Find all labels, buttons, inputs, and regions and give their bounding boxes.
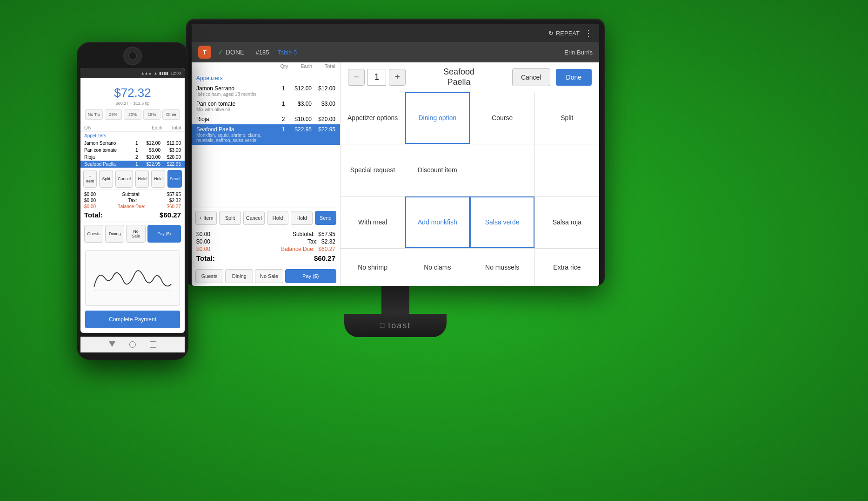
mod-no-clams[interactable]: No clams <box>405 249 469 286</box>
order-item-rioja[interactable]: Rioja 2 $10.00 $20.00 <box>192 114 340 124</box>
back-nav-btn[interactable] <box>109 341 115 347</box>
pos-main-area: Qty Each Total Appetizers Jamon Serrano … <box>192 62 599 286</box>
mod-discount-item[interactable]: Discount item <box>405 144 469 196</box>
tip-other[interactable]: Other <box>162 109 180 120</box>
subtotal-row: $0.00 Subtotal: $57.95 <box>196 231 335 237</box>
hold-btn1[interactable]: Hold <box>267 211 288 225</box>
phone-tax-row: $0.00 Tax: $2.32 <box>84 198 181 203</box>
dining-btn[interactable]: Dining <box>225 269 253 283</box>
item-qty-jamon: 1 <box>279 85 288 92</box>
order-item-jamon[interactable]: Jamon Serrano Ibérico ham, aged 18 month… <box>192 83 340 99</box>
mod-appetizer-options[interactable]: Appetizer options <box>341 92 405 144</box>
complete-payment-btn[interactable]: Complete Payment <box>85 311 180 328</box>
mod-special-request[interactable]: Special request <box>341 144 405 196</box>
phone-item-pan-qty: 1 <box>135 148 142 153</box>
phone-subtotal-left: $0.00 <box>84 192 96 197</box>
mod-course[interactable]: Course <box>470 92 534 144</box>
item-each-paella: $22.95 <box>291 126 312 133</box>
mod-salsa-roja[interactable]: Salsa roja <box>535 196 599 248</box>
phone-send-btn[interactable]: Send <box>167 170 182 188</box>
toast-brand-icon: □ <box>380 321 386 330</box>
item-total-pan: $3.00 <box>314 101 335 107</box>
toast-logo: T <box>198 46 211 59</box>
home-nav-btn[interactable] <box>129 341 136 348</box>
phone-action-buttons: + Item Split Cancel Hold Hold Send <box>80 168 185 190</box>
tip-25[interactable]: 25% <box>105 109 122 120</box>
add-item-btn[interactable]: + Item <box>195 211 217 225</box>
repeat-label: REPEAT <box>556 30 580 37</box>
tax-row: $0.00 Tax: $2.32 <box>196 238 335 245</box>
mod-dining-option[interactable]: Dining option <box>405 92 469 144</box>
tip-no-tip[interactable]: No Tip <box>85 109 103 120</box>
mod-extra-rice[interactable]: Extra rice <box>535 249 599 286</box>
recent-nav-btn[interactable] <box>150 341 156 348</box>
modifier-done-btn[interactable]: Done <box>556 69 592 86</box>
mod-with-meal[interactable]: With meal <box>341 196 405 248</box>
signature-area[interactable] <box>85 250 180 306</box>
col-name-spacer <box>196 63 280 69</box>
modifier-cancel-btn[interactable]: Cancel <box>512 68 550 86</box>
phone-bottom-actions: Guests Dining No Sale Pay ($) <box>80 222 185 245</box>
monitor-topbar: ↻ REPEAT ⋮ <box>192 24 599 42</box>
tax-left: $0.00 <box>196 238 210 245</box>
total-value: $60.27 <box>314 254 335 262</box>
phone-guests-btn[interactable]: Guests <box>84 225 103 243</box>
tax-value: $2.32 <box>321 238 335 245</box>
mod-split[interactable]: Split <box>535 92 599 144</box>
hold-btn2[interactable]: Hold <box>291 211 312 225</box>
phone-hold-btn1[interactable]: Hold <box>135 170 149 188</box>
split-btn[interactable]: Split <box>219 211 240 225</box>
item-total-rioja: $20.00 <box>314 116 335 122</box>
phone-split-btn[interactable]: Split <box>99 170 113 188</box>
col-qty-header: Qty <box>280 63 289 69</box>
phone-item-jamon-total: $12.00 <box>162 141 181 146</box>
order-item-pan[interactable]: Pan con tomate Mix with olive oil 1 $3.0… <box>192 99 340 114</box>
more-options-icon[interactable]: ⋮ <box>584 28 593 38</box>
pos-done-btn[interactable]: ✓ DONE <box>218 48 244 56</box>
phone-subtotal-value: $57.95 <box>167 192 181 197</box>
col-qty-label: Qty <box>84 125 146 130</box>
nosale-btn[interactable]: No Sale <box>255 269 283 283</box>
phone-nosale-btn[interactable]: No Sale <box>126 225 145 243</box>
send-btn[interactable]: Send <box>315 211 336 225</box>
mod-add-monkfish[interactable]: Add monkfish <box>405 196 469 248</box>
phone-hold-btn2[interactable]: Hold <box>151 170 165 188</box>
repeat-button[interactable]: ↻ REPEAT <box>548 30 580 37</box>
phone-item-paella-total: $22.95 <box>162 162 181 167</box>
phone-item-paella-qty: 1 <box>135 162 142 167</box>
section-appetizers: Appetizers <box>192 73 340 83</box>
qty-minus-btn[interactable]: − <box>348 69 365 86</box>
phone-cancel-btn[interactable]: Cancel <box>115 170 133 188</box>
order-item-paella[interactable]: Seafood Paella Monkfish, squid, shrimp, … <box>192 124 340 145</box>
phone-item-pan: Pan con tomate 1 $3.00 $3.00 <box>80 147 185 154</box>
phone-tax-label: Tax: <box>128 198 137 203</box>
col-total-label: Total <box>162 125 181 130</box>
total-label: Total: <box>196 254 314 262</box>
mod-salsa-verde[interactable]: Salsa verde <box>470 196 534 248</box>
balance-row: $0.00 Balance Due: $60.27 <box>196 246 335 252</box>
mod-no-shrimp[interactable]: No shrimp <box>341 249 405 286</box>
phone-item-rioja-qty: 2 <box>135 155 142 160</box>
pay-btn[interactable]: Pay ($) <box>285 269 336 283</box>
order-number: #185 <box>255 49 269 56</box>
tip-20[interactable]: 20% <box>124 109 141 120</box>
col-headers-row: Qty Each Total <box>192 62 340 70</box>
qty-plus-btn[interactable]: + <box>389 69 406 86</box>
phone-add-item-btn[interactable]: + Item <box>83 170 97 188</box>
modifier-header: − 1 + SeafoodPaella Cancel Done <box>341 62 599 92</box>
mod-no-mussels[interactable]: No mussels <box>470 249 534 286</box>
phone-item-jamon-qty: 1 <box>135 141 142 146</box>
col-each-header: Each <box>289 63 312 69</box>
order-totals-section: $0.00 Subtotal: $57.95 $0.00 Tax: $2.32 … <box>192 228 340 266</box>
phone-item-rioja-name: Rioja <box>84 155 134 160</box>
tip-18[interactable]: 18% <box>143 109 161 120</box>
phone-screen: ▲▲▲ ▲ ▮▮▮▮ 12:30 $72.32 $60.27 + $12.5 t… <box>80 68 185 333</box>
cancel-order-btn[interactable]: Cancel <box>243 211 265 225</box>
phone-pay-btn[interactable]: Pay ($) <box>147 225 181 243</box>
mod-empty-1 <box>470 144 534 196</box>
monitor-stand: □ toast <box>186 286 605 337</box>
phone-tax-value: $2.32 <box>169 198 181 203</box>
server-name: Erin Burris <box>564 49 593 56</box>
phone-dining-btn[interactable]: Dining <box>105 225 124 243</box>
guests-btn[interactable]: Guests <box>195 269 223 283</box>
